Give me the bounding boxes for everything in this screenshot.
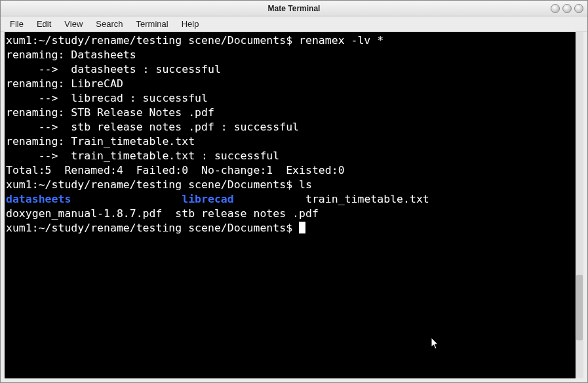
window-controls <box>551 4 583 13</box>
ls-dir-datasheets: datasheets <box>6 193 71 205</box>
terminal-line: renaming: Train_timetable.txt <box>6 134 583 149</box>
prompt: xum1:~/study/rename/testing scene/Docume… <box>6 222 299 234</box>
terminal-line: --> stb release notes .pdf : successful <box>6 120 583 134</box>
terminal-line: doxygen_manual-1.8.7.pdf stb release not… <box>6 207 583 221</box>
menu-terminal[interactable]: Terminal <box>131 18 174 30</box>
menu-help[interactable]: Help <box>176 18 205 30</box>
terminal-line: --> train_timetable.txt : successful <box>6 149 583 163</box>
menu-file[interactable]: File <box>5 18 29 30</box>
menu-edit[interactable]: Edit <box>31 18 56 30</box>
scrollbar[interactable] <box>576 32 583 378</box>
terminal-line: xum1:~/study/rename/testing scene/Docume… <box>6 33 583 48</box>
terminal-line: --> librecad : successful <box>6 91 583 106</box>
terminal-window: Mate Terminal File Edit View Search Term… <box>0 0 588 383</box>
mouse-pointer-icon <box>431 337 440 353</box>
terminal-line: xum1:~/study/rename/testing scene/Docume… <box>6 221 583 235</box>
ls-pad <box>71 193 182 205</box>
terminal-line: --> datasheets : successful <box>6 62 583 77</box>
menu-view[interactable]: View <box>59 18 88 30</box>
scrollbar-thumb[interactable] <box>576 275 583 340</box>
terminal-line: Total:5 Renamed:4 Failed:0 No-change:1 E… <box>6 163 583 178</box>
ls-pad <box>234 193 305 205</box>
terminal-line: datasheets librecad train_timetable.txt <box>6 192 583 207</box>
menubar: File Edit View Search Terminal Help <box>1 16 587 32</box>
terminal-container: xum1:~/study/rename/testing scene/Docume… <box>1 32 587 382</box>
ls-dir-librecad: librecad <box>182 193 233 205</box>
terminal-line: renaming: LibreCAD <box>6 77 583 91</box>
cursor-block <box>299 222 305 233</box>
ls-file-train-timetable: train_timetable.txt <box>305 193 429 205</box>
close-button[interactable] <box>574 4 583 13</box>
terminal-line: renaming: Datasheets <box>6 48 583 62</box>
window-title: Mate Terminal <box>268 4 321 13</box>
menu-search[interactable]: Search <box>90 18 128 30</box>
titlebar[interactable]: Mate Terminal <box>1 1 587 16</box>
terminal-line: renaming: STB Release Notes .pdf <box>6 106 583 120</box>
minimize-button[interactable] <box>551 4 560 13</box>
terminal-line: xum1:~/study/rename/testing scene/Docume… <box>6 178 583 192</box>
maximize-button[interactable] <box>562 4 572 13</box>
terminal[interactable]: xum1:~/study/rename/testing scene/Docume… <box>5 32 583 378</box>
